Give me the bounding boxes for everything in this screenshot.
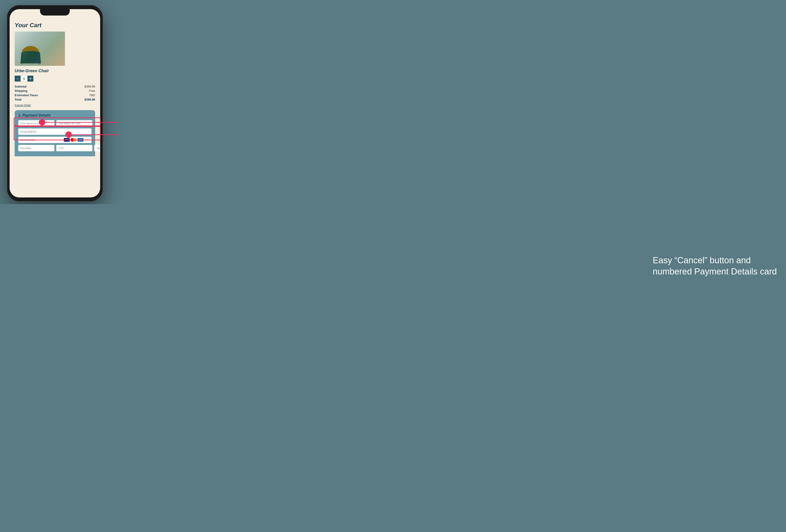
- card-details-row: [18, 145, 91, 151]
- taxes-label: Estimated Taxes: [15, 94, 38, 97]
- phone-notch: [40, 9, 70, 16]
- visa-icon: VISA: [64, 138, 70, 142]
- taxes-row: Estimated Taxes TBD: [15, 94, 95, 97]
- cart-title: Your Cart: [15, 22, 95, 29]
- cancel-annotation-dot: [39, 119, 45, 125]
- phone-wrapper: Your Cart Urbe-Green Chair - 1 + Subtota…: [7, 5, 103, 201]
- cvc-input[interactable]: [56, 145, 92, 151]
- screen-content: Your Cart Urbe-Green Chair - 1 + Subtota…: [9, 9, 100, 197]
- total-label: Total: [15, 98, 22, 101]
- total-value: $399.99: [85, 98, 95, 101]
- shipping-row: Shipping Free: [15, 89, 95, 93]
- name-row: [18, 120, 91, 127]
- phone-frame: Your Cart Urbe-Green Chair - 1 + Subtota…: [7, 5, 103, 201]
- payment-title: 1. Payment Details: [18, 113, 91, 118]
- discover-icon: DISC: [84, 138, 90, 142]
- card-number-row: VISA AMEX DISC: [18, 137, 91, 143]
- email-row: [18, 128, 91, 135]
- zip-input[interactable]: [94, 145, 100, 151]
- cancel-order-link[interactable]: Cancel Order: [15, 104, 31, 107]
- cancel-annotation-line: [45, 122, 118, 123]
- first-name-input[interactable]: [18, 120, 54, 127]
- quantity-control: - 1 +: [15, 76, 95, 81]
- payment-section: 1. Payment Details VISA AMEX: [15, 110, 95, 156]
- taxes-value: TBD: [89, 94, 95, 97]
- exp-date-input[interactable]: [18, 145, 54, 151]
- product-image: [15, 31, 65, 66]
- card-brand-icons: VISA AMEX DISC: [64, 138, 90, 142]
- subtotal-value: $399.99: [85, 85, 95, 88]
- product-name: Urbe-Green Chair: [15, 69, 95, 73]
- payment-annotation-dot: [65, 131, 72, 138]
- chair-leg-left: [21, 59, 23, 65]
- subtotal-row: Subtotal $399.99: [15, 85, 95, 88]
- phone-screen: Your Cart Urbe-Green Chair - 1 + Subtota…: [9, 9, 100, 197]
- payment-annotation-line: [72, 135, 118, 135]
- chair-leg-right: [39, 59, 40, 65]
- shipping-label: Shipping: [15, 89, 27, 93]
- chair-legs-decoration: [20, 59, 41, 65]
- amex-icon: AMEX: [77, 138, 84, 142]
- total-row: Total $399.99: [15, 98, 95, 101]
- quantity-value: 1: [21, 76, 27, 81]
- email-input[interactable]: [18, 128, 91, 135]
- quantity-decrease-button[interactable]: -: [15, 76, 21, 81]
- quantity-increase-button[interactable]: +: [27, 76, 33, 81]
- subtotal-label: Subtotal: [15, 85, 26, 88]
- mastercard-icon: [70, 138, 77, 142]
- last-name-input[interactable]: [56, 120, 92, 127]
- price-table: Subtotal $399.99 Shipping Free Estimated…: [15, 85, 95, 101]
- shipping-value: Free: [89, 89, 95, 93]
